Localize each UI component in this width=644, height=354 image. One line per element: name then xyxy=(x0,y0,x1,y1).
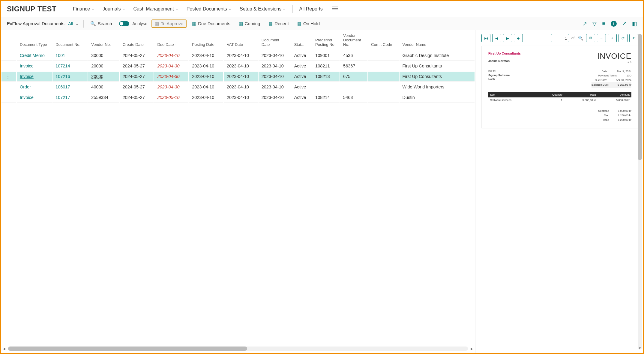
share-icon[interactable]: ↗ xyxy=(583,20,587,27)
docno-link[interactable]: 107216 xyxy=(55,74,70,79)
nav-all-reports[interactable]: All Reports xyxy=(295,6,327,12)
nav-cash-management[interactable]: Cash Management⌄ xyxy=(129,6,182,12)
table-row[interactable]: Credit Memo1001300002024-05-272023-04-10… xyxy=(1,51,475,61)
filter-icon: ▦ xyxy=(268,21,273,26)
column-header[interactable]: VAT Date xyxy=(224,31,258,50)
chevron-down-icon: ⌄ xyxy=(122,7,125,11)
on-hold-button[interactable]: ▦On Hold xyxy=(294,20,323,28)
prev-page-button[interactable]: ◀ xyxy=(492,34,501,42)
nav-journals[interactable]: Journals⌄ xyxy=(98,6,129,12)
column-header[interactable]: Due Date ↑ xyxy=(154,31,188,50)
status: Active xyxy=(291,61,312,71)
column-header[interactable]: Curr... Code xyxy=(368,31,399,50)
vat-date: 2023-04-10 xyxy=(224,72,258,82)
invoice-meta-row: Payment Terms:10D xyxy=(592,73,631,78)
document-preview: ⏮ ◀ ▶ ⏭ of 🔍 ⧉ − + ⟳ ↶ First Up Consulta… xyxy=(475,30,643,353)
table-row[interactable]: ⋮Invoice107216200002024-05-272023-04-302… xyxy=(1,72,475,82)
vendor-doc-no: 675 xyxy=(340,72,367,82)
due-date: 2023-04-30 xyxy=(154,72,188,82)
new-window-button[interactable]: ⧉ xyxy=(586,34,595,42)
filter-icon: ▦ xyxy=(297,21,301,26)
column-header[interactable]: Document Type xyxy=(17,31,52,50)
page-number-input[interactable] xyxy=(551,34,569,42)
refresh-button[interactable]: ⟳ xyxy=(619,34,628,42)
column-header[interactable]: Vendor Name xyxy=(400,31,475,50)
search-icon: 🔍 xyxy=(90,21,96,26)
docno-link[interactable]: 106017 xyxy=(55,85,70,89)
doctype-link[interactable]: Credit Memo xyxy=(20,53,45,58)
search-button[interactable]: 🔍Search xyxy=(87,20,115,28)
filter-pane-icon[interactable]: ▽ xyxy=(592,20,597,27)
predef-no xyxy=(312,82,340,92)
doctype-link[interactable]: Order xyxy=(20,85,31,89)
horizontal-scrollbar[interactable]: ◀ ▶ xyxy=(8,347,468,351)
vertical-scrollbar[interactable]: ▲ ▼ xyxy=(638,34,642,350)
next-page-button[interactable]: ▶ xyxy=(503,34,512,42)
scroll-thumb[interactable] xyxy=(8,347,247,351)
column-header[interactable]: Vendor Document No. xyxy=(340,31,367,50)
docno-link[interactable]: 107214 xyxy=(55,64,70,68)
zoom-out-button[interactable]: − xyxy=(597,34,606,42)
row-menu-icon[interactable]: ⋮ xyxy=(4,74,11,79)
top-nav: SIGNUP TEST Finance⌄Journals⌄Cash Manage… xyxy=(1,1,643,17)
bookmark-icon[interactable]: ◧ xyxy=(632,20,637,27)
to-approve-button[interactable]: ▦To Approve xyxy=(151,19,187,28)
invoice-meta-row: Date:Mar 9, 2024 xyxy=(592,69,631,73)
column-header[interactable]: Posting Date xyxy=(189,31,223,50)
vendor-name: Wide World Importers xyxy=(400,82,475,92)
column-header[interactable]: Predefind Posting No. xyxy=(312,31,340,50)
zoom-icon[interactable]: 🔍 xyxy=(578,36,583,40)
table-row[interactable]: Order106017400002024-05-272023-04-302023… xyxy=(1,82,475,92)
scroll-thumb[interactable] xyxy=(638,34,642,160)
page-of-label: of xyxy=(571,36,574,40)
undo-button[interactable]: ↶ xyxy=(629,34,638,42)
list-icon[interactable]: ≡ xyxy=(602,20,605,27)
table-row[interactable]: Invoice107214200002024-05-272023-04-3020… xyxy=(1,61,475,71)
action-bar: ExFlow Approval Documents: All ⌄ 🔍Search… xyxy=(1,17,643,30)
column-header[interactable]: Create Date xyxy=(120,31,154,50)
info-icon[interactable]: i xyxy=(611,21,617,27)
invoice-meta-row: Due Date:Apr 30, 2024 xyxy=(592,78,631,82)
predef-no: 108213 xyxy=(312,72,340,82)
column-header[interactable]: Vendor No. xyxy=(88,31,119,50)
scroll-right-icon[interactable]: ▶ xyxy=(470,347,474,351)
vendor-name: First Up Consultants xyxy=(400,72,475,82)
document-date: 2023-04-10 xyxy=(259,61,291,71)
column-header[interactable]: Document No. xyxy=(52,31,88,50)
nav-setup-extensions[interactable]: Setup & Extensions⌄ xyxy=(235,6,290,12)
docno-link[interactable]: 107217 xyxy=(55,95,70,100)
nav-posted-documents[interactable]: Posted Documents⌄ xyxy=(182,6,235,12)
doctype-link[interactable]: Invoice xyxy=(20,95,34,100)
actionbar-right: ↗ ▽ ≡ i ⤢ ◧ xyxy=(583,20,637,27)
currency-code xyxy=(368,82,399,92)
doctype-link[interactable]: Invoice xyxy=(20,74,34,79)
due-documents-button[interactable]: ▦Due Documents xyxy=(189,20,233,28)
column-header[interactable]: Stat... xyxy=(291,31,312,50)
vendor-doc-no: 5463 xyxy=(340,93,367,103)
predef-no: 109001 xyxy=(312,51,340,61)
scroll-left-icon[interactable]: ◀ xyxy=(2,347,6,351)
last-page-button[interactable]: ⏭ xyxy=(514,34,523,42)
expand-icon[interactable]: ⤢ xyxy=(622,20,627,27)
first-page-button[interactable]: ⏮ xyxy=(481,34,490,42)
filter-icon: ▦ xyxy=(239,21,243,26)
create-date: 2024-05-27 xyxy=(120,72,154,82)
document-date: 2023-04-10 xyxy=(259,51,291,61)
column-header[interactable]: Document Date xyxy=(259,31,291,50)
posting-date: 2023-04-10 xyxy=(189,51,223,61)
coming-button[interactable]: ▦Coming xyxy=(236,20,263,28)
nav-finance[interactable]: Finance⌄ xyxy=(69,6,98,12)
currency-code xyxy=(368,72,399,82)
recent-button[interactable]: ▦Recent xyxy=(265,20,292,28)
filter-all[interactable]: All ⌄ xyxy=(68,21,79,26)
divider xyxy=(83,20,84,28)
vendor-no: 2559334 xyxy=(88,93,119,103)
docno-link[interactable]: 1001 xyxy=(55,53,65,58)
vat-date: 2023-04-10 xyxy=(224,93,258,103)
scroll-down-icon[interactable]: ▼ xyxy=(638,346,642,350)
analyse-toggle[interactable] xyxy=(119,21,129,26)
table-row[interactable]: Invoice10721725593342024-05-272023-05-10… xyxy=(1,93,475,103)
zoom-in-button[interactable]: + xyxy=(608,34,617,42)
more-icon[interactable] xyxy=(332,6,338,11)
doctype-link[interactable]: Invoice xyxy=(20,64,34,68)
